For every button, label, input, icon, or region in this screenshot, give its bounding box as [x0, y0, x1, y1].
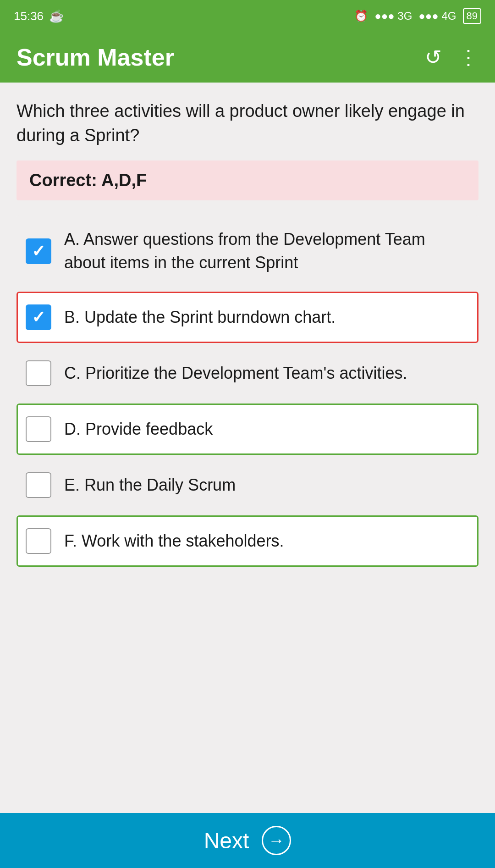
- signal-3g-icon: ●●● 3G: [374, 10, 412, 22]
- status-left: 15:36 ☕: [14, 9, 64, 23]
- next-arrow-icon: →: [262, 826, 291, 855]
- option-b[interactable]: ✓ B. Update the Sprint burndown chart.: [16, 292, 478, 343]
- checkbox-e[interactable]: [26, 472, 51, 498]
- option-e-text: E. Run the Daily Scrum: [64, 474, 236, 497]
- main-content: Which three activities will a product ow…: [0, 83, 495, 813]
- signal-4g-icon: ●●● 4G: [418, 10, 456, 22]
- alarm-icon: ⏰: [354, 10, 368, 22]
- checkmark-a: ✓: [32, 243, 45, 260]
- app-bar-icons: ↺ ⋮: [425, 47, 478, 67]
- reset-button[interactable]: ↺: [425, 47, 442, 67]
- app-bar: Scrum Master ↺ ⋮: [0, 32, 495, 83]
- question-text: Which three activities will a product ow…: [16, 99, 478, 148]
- checkbox-d[interactable]: [26, 416, 51, 442]
- next-label: Next: [204, 828, 249, 853]
- option-d-text: D. Provide feedback: [64, 418, 213, 441]
- app-title: Scrum Master: [16, 44, 174, 71]
- next-button[interactable]: Next →: [0, 813, 495, 868]
- status-time: 15:36: [14, 9, 44, 23]
- correct-banner: Correct: A,D,F: [16, 160, 478, 200]
- status-bar: 15:36 ☕ ⏰ ●●● 3G ●●● 4G 89: [0, 0, 495, 32]
- option-a-text: A. Answer questions from the Development…: [64, 228, 469, 274]
- option-e[interactable]: E. Run the Daily Scrum: [16, 459, 478, 511]
- checkbox-b[interactable]: ✓: [26, 304, 51, 330]
- option-b-text: B. Update the Sprint burndown chart.: [64, 306, 336, 329]
- checkmark-b: ✓: [32, 309, 45, 326]
- options-list: ✓ A. Answer questions from the Developme…: [16, 215, 478, 571]
- option-d[interactable]: D. Provide feedback: [16, 404, 478, 455]
- option-f[interactable]: F. Work with the stakeholders.: [16, 515, 478, 567]
- option-a[interactable]: ✓ A. Answer questions from the Developme…: [16, 215, 478, 287]
- option-f-text: F. Work with the stakeholders.: [64, 530, 284, 553]
- option-c[interactable]: C. Prioritize the Development Team's act…: [16, 348, 478, 399]
- battery-indicator: 89: [463, 8, 481, 24]
- option-c-text: C. Prioritize the Development Team's act…: [64, 362, 407, 385]
- status-right: ⏰ ●●● 3G ●●● 4G 89: [354, 8, 481, 24]
- checkbox-f[interactable]: [26, 528, 51, 554]
- checkbox-c[interactable]: [26, 360, 51, 386]
- correct-answer-text: Correct: A,D,F: [29, 171, 147, 190]
- p-icon: ☕: [49, 9, 64, 23]
- checkbox-a[interactable]: ✓: [26, 238, 51, 264]
- menu-button[interactable]: ⋮: [458, 47, 478, 67]
